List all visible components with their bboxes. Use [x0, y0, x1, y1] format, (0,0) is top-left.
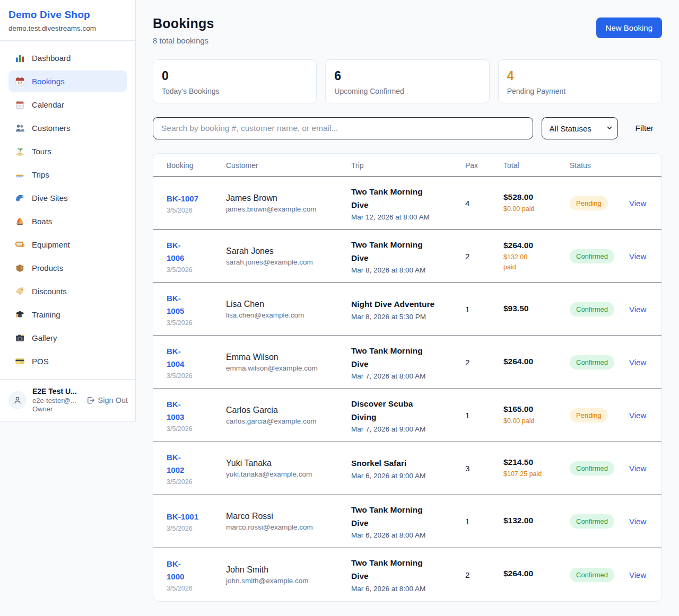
total-amount: $214.50	[503, 457, 570, 467]
sidebar-item-tours[interactable]: Tours	[8, 140, 127, 162]
trip-cell: Discover Scuba Diving Mar 7, 2026 at 9:0…	[351, 398, 465, 434]
pax-value: 1	[465, 411, 503, 420]
page-header: Bookings 8 total bookings New Booking	[153, 16, 662, 45]
sign-out-label: Sign Out	[98, 396, 128, 404]
user-email: e2e-tester@...	[32, 397, 82, 404]
status-cell: Confirmed	[570, 249, 629, 263]
sidebar-item-training[interactable]: Training	[8, 304, 127, 325]
booking-cell: BK-1007 3/5/2026	[167, 192, 226, 214]
booking-cell: BK- 1002 3/5/2026	[167, 451, 226, 486]
booking-id-link[interactable]: BK-1007	[167, 192, 226, 205]
customer-cell: Yuki Tanaka yuki.tanaka@example.com	[226, 459, 351, 478]
sidebar-item-dive-sites[interactable]: Dive Sites	[8, 187, 127, 208]
booking-cell: BK- 1005 3/5/2026	[167, 292, 226, 327]
customer-name: Yuki Tanaka	[226, 459, 351, 468]
booking-cell: BK- 1006 3/5/2026	[167, 239, 226, 274]
booking-cell: BK- 1000 3/5/2026	[167, 558, 226, 592]
bookings-table: Booking Customer Trip Pax Total Status B…	[153, 153, 662, 602]
tag-icon	[15, 286, 25, 296]
trip-name: Two Tank Morning Dive	[351, 504, 435, 530]
sidebar-item-equipment[interactable]: Equipment	[8, 234, 127, 255]
total-cell: $264.00	[503, 357, 570, 368]
customer-cell: Marco Rossi marco.rossi@example.com	[226, 512, 351, 531]
booking-id-link[interactable]: BK- 1002	[167, 451, 226, 477]
sidebar-item-label: Products	[32, 263, 63, 272]
customer-name: James Brown	[226, 193, 351, 203]
status-badge: Confirmed	[570, 302, 614, 316]
sidebar-item-bookings[interactable]: 17 Bookings	[8, 71, 127, 92]
total-amount: $93.50	[503, 304, 570, 313]
customer-name: Marco Rossi	[226, 512, 351, 521]
status-badge: Confirmed	[570, 249, 614, 263]
sidebar-item-calendar[interactable]: Calendar	[8, 94, 127, 115]
svg-text:17: 17	[18, 81, 22, 85]
view-link[interactable]: View	[629, 305, 651, 314]
booking-id-link[interactable]: BK- 1005	[167, 292, 226, 318]
total-cell: $214.50 $107.25 paid	[503, 457, 570, 479]
filter-button[interactable]: Filter	[636, 124, 654, 133]
sidebar-item-boats[interactable]: Boats	[8, 210, 127, 232]
sidebar-item-label: Tours	[32, 147, 51, 156]
page-subtitle: 8 total bookings	[153, 36, 214, 45]
sidebar-item-customers[interactable]: Customers	[8, 117, 127, 138]
sidebar-item-label: Bookings	[32, 77, 65, 86]
booking-id-link[interactable]: BK- 1000	[167, 558, 226, 583]
view-link[interactable]: View	[629, 358, 651, 367]
sidebar-item-gallery[interactable]: Gallery	[8, 327, 127, 348]
trip-datetime: Mar 6, 2026 at 8:00 AM	[351, 585, 465, 593]
sidebar-item-label: Dive Sites	[32, 193, 68, 203]
table-row: BK-1007 3/5/2026 James Brown james.brown…	[153, 177, 661, 230]
search-input[interactable]	[153, 117, 533, 139]
motor-boat-icon	[15, 170, 25, 180]
booking-cell: BK- 1003 3/5/2026	[167, 398, 226, 433]
sidebar-item-discounts[interactable]: Discounts	[8, 280, 127, 302]
view-link[interactable]: View	[629, 199, 651, 208]
paid-amount: $132.00 paid	[503, 252, 570, 272]
trip-cell: Two Tank Morning Dive Mar 12, 2026 at 8:…	[351, 186, 465, 222]
sidebar-item-products[interactable]: Products	[8, 257, 127, 278]
wave-icon	[15, 193, 25, 203]
customer-email: emma.wilson@example.com	[226, 364, 351, 372]
sidebar-item-trips[interactable]: Trips	[8, 164, 127, 185]
paid-amount: $107.25 paid	[503, 469, 570, 479]
column-header-total: Total	[503, 161, 570, 170]
trip-datetime: Mar 6, 2026 at 9:00 AM	[351, 472, 465, 480]
sidebar-item-dashboard[interactable]: Dashboard	[8, 47, 127, 68]
person-icon	[13, 395, 22, 405]
booking-id-link[interactable]: BK- 1006	[167, 239, 226, 265]
booking-date: 3/5/2026	[167, 525, 226, 532]
trip-name: Two Tank Morning Dive	[351, 239, 435, 265]
booking-date: 3/5/2026	[167, 372, 226, 380]
customer-email: marco.rossi@example.com	[226, 523, 351, 531]
view-link[interactable]: View	[629, 252, 651, 261]
column-header-customer: Customer	[226, 161, 351, 170]
status-cell: Confirmed	[570, 355, 629, 369]
logout-icon	[86, 396, 95, 404]
sidebar-item-label: Customers	[32, 124, 71, 133]
table-row: BK- 1004 3/5/2026 Emma Wilson emma.wilso…	[153, 336, 661, 389]
sign-out-button[interactable]: Sign Out	[86, 396, 128, 404]
sidebar-item-label: Dashboard	[32, 54, 71, 63]
status-cell: Confirmed	[570, 568, 629, 582]
booking-id-link[interactable]: BK- 1003	[167, 398, 226, 424]
trip-cell: Two Tank Morning Dive Mar 6, 2026 at 8:0…	[351, 557, 465, 593]
sidebar-user-footer: E2E Test U... e2e-tester@... Owner Sign …	[0, 379, 135, 421]
sidebar-item-pos[interactable]: POS	[8, 350, 127, 372]
view-link[interactable]: View	[629, 570, 651, 579]
view-link[interactable]: View	[629, 464, 651, 473]
view-link[interactable]: View	[629, 517, 651, 526]
camera-icon	[15, 333, 25, 343]
status-filter-select[interactable]: All Statuses	[542, 117, 618, 139]
booking-date: 3/5/2026	[167, 425, 226, 433]
column-header-pax: Pax	[465, 161, 503, 170]
booking-id-link[interactable]: BK-1001	[167, 511, 226, 523]
trip-cell: Two Tank Morning Dive Mar 7, 2026 at 8:0…	[351, 345, 465, 381]
table-row: BK- 1002 3/5/2026 Yuki Tanaka yuki.tanak…	[153, 442, 661, 495]
new-booking-button[interactable]: New Booking	[596, 17, 662, 38]
customer-name: Lisa Chen	[226, 300, 351, 309]
sidebar-item-label: Equipment	[32, 240, 70, 249]
view-link[interactable]: View	[629, 411, 651, 420]
stat-value: 0	[162, 69, 308, 83]
stat-value: 4	[507, 69, 653, 83]
booking-id-link[interactable]: BK- 1004	[167, 345, 226, 371]
